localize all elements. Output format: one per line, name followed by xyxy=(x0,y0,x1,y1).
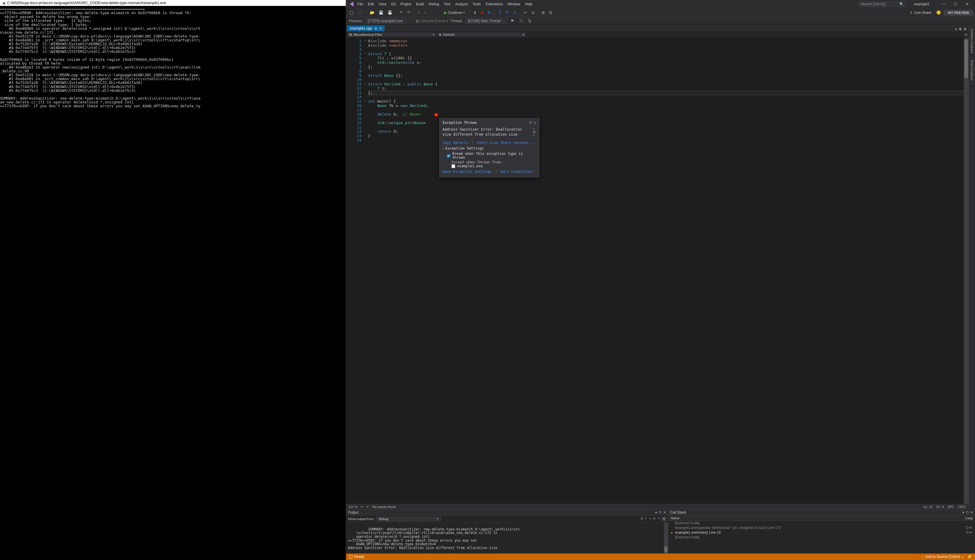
vs-logo-icon[interactable] xyxy=(348,1,355,8)
step-out-button[interactable]: ↥ xyxy=(512,10,518,16)
output-source-dropdown[interactable]: Debug▾ xyxy=(376,517,441,521)
output-body[interactable]: SUMMARY: AddressSanitizer: new-delete-ty… xyxy=(346,522,668,553)
split-editor-icon[interactable]: ◫ xyxy=(964,33,967,37)
config-dropdown[interactable]: ▾ xyxy=(416,10,421,16)
solution-explorer-tab[interactable]: Solution Explorer xyxy=(970,27,974,55)
feedback-button[interactable]: 🙂 xyxy=(935,10,942,16)
menu-extensions[interactable]: Extensions xyxy=(483,1,505,7)
toggle-button[interactable]: ⇅ xyxy=(527,18,533,24)
except-label: Except when thrown from: xyxy=(452,160,536,164)
zoom-chevron-icon[interactable]: ▾ xyxy=(361,505,363,508)
tool-btn-2[interactable]: ⇲ xyxy=(530,10,536,16)
lifecycle-events[interactable]: ▦ Lifecycle Events ▾ xyxy=(416,19,448,23)
edit-conditions-link[interactable]: Edit Conditions xyxy=(500,170,532,174)
code-editor[interactable]: 123456789101112131415161718192021222324 … xyxy=(346,38,968,504)
collapse-icon[interactable]: ▾ xyxy=(443,147,444,150)
close-popup-icon[interactable]: ✕ xyxy=(534,121,536,125)
tool-btn-1[interactable]: ↩ xyxy=(522,10,528,16)
step-into-button[interactable]: ↧ xyxy=(497,10,503,16)
new-tab-icon[interactable]: ✚ xyxy=(959,27,962,31)
menu-tools[interactable]: Tools xyxy=(470,1,483,7)
break-all-button[interactable]: ⏸ xyxy=(472,10,478,16)
menu-git[interactable]: Git xyxy=(389,1,398,7)
stack-frame-button[interactable]: ⊞ xyxy=(518,18,524,24)
except-item-checkbox[interactable] xyxy=(452,164,455,168)
output-tool-2[interactable]: ≡ xyxy=(645,517,647,521)
panel-dropdown-icon[interactable]: ▾ xyxy=(655,510,657,515)
pin-popup-icon[interactable]: ⊓ xyxy=(530,121,532,125)
break-checkbox[interactable] xyxy=(447,154,450,158)
stop-debug-button[interactable]: ■ xyxy=(480,10,485,16)
restart-button[interactable]: ↻ xyxy=(486,10,492,16)
resize-grip-icon[interactable]: ⋰ xyxy=(535,173,538,176)
navigation-bar: ▤ Miscellaneous Files ▾ ◆ Derived ▾ ◫ xyxy=(346,31,968,38)
output-tool-1[interactable]: ≣ xyxy=(641,517,643,521)
live-share-button[interactable]: ⇪ Live Share xyxy=(907,10,933,16)
flag-button[interactable]: ⚑ xyxy=(509,18,516,24)
process-dropdown[interactable]: [77376] example1.exe xyxy=(365,18,407,23)
cs-dropdown-icon[interactable]: ▾ xyxy=(962,510,964,515)
panel-close-icon[interactable]: ✕ xyxy=(663,510,666,515)
panel-pin-icon[interactable]: ⊓ xyxy=(659,510,661,515)
open-exception-settings-link[interactable]: Open Exception Settings xyxy=(443,170,492,174)
visual-studio-ide: FileEditViewGitProjectBuildDebugTestAnal… xyxy=(346,0,975,560)
menu-window[interactable]: Window xyxy=(505,1,523,7)
close-button[interactable]: ✕ xyxy=(962,0,973,8)
tab-dropdown-icon[interactable]: ▾ xyxy=(955,27,957,31)
menu-edit[interactable]: Edit xyxy=(365,1,376,7)
platform-dropdown[interactable]: ▾ xyxy=(422,10,427,16)
cs-close-icon[interactable]: ✕ xyxy=(970,510,973,515)
member-dropdown[interactable]: ◆ Derived ▾ xyxy=(437,33,526,37)
search-icon: 🔍 xyxy=(899,2,904,6)
minimize-button[interactable]: — xyxy=(938,0,950,8)
search-box[interactable]: Search (Ctrl+Q) 🔍 xyxy=(858,1,906,7)
thread-dropdown[interactable]: [67436] Main Thread xyxy=(465,18,507,23)
window-options-icon[interactable]: ❖ xyxy=(963,27,967,31)
debug-location-toolbar: Process: [77376] example1.exe ▦ Lifecycl… xyxy=(346,17,975,25)
break-checkbox-row[interactable]: Break when this exception type is thrown xyxy=(447,152,536,160)
menu-test[interactable]: Test xyxy=(442,1,453,7)
output-scrollbar[interactable] xyxy=(664,522,668,553)
pin-icon[interactable]: ⊘ xyxy=(375,27,377,30)
output-tool-5[interactable]: ✕ xyxy=(657,517,660,521)
continue-button[interactable]: ▶ Continue ▾ xyxy=(442,10,467,15)
scope-dropdown[interactable]: ▤ Miscellaneous Files ▾ xyxy=(347,33,436,37)
nav-back-button[interactable]: ◯ xyxy=(348,10,355,16)
step-over-button[interactable]: ↷ xyxy=(504,10,510,16)
call-stack-row[interactable]: ➤example1.exe!main() Line 18C++ xyxy=(668,530,975,535)
output-tool-6[interactable]: ⊞ xyxy=(662,517,666,521)
redo-button[interactable]: ↷ xyxy=(406,10,412,16)
menu-file[interactable]: File xyxy=(355,1,365,7)
output-tool-4[interactable]: ⊟ xyxy=(653,517,656,521)
tool-btn-4[interactable]: ⊟ xyxy=(548,10,554,16)
undo-button[interactable]: ↶ xyxy=(398,10,405,16)
tab-example1-cpp[interactable]: example1.cpp ⊘ ✕ xyxy=(347,25,385,31)
call-stack-row[interactable]: [External Code] xyxy=(668,535,975,540)
open-file-button[interactable]: 📂 xyxy=(368,10,376,16)
call-stack-row[interactable]: [External Code] xyxy=(668,521,975,525)
copy-details-link[interactable]: Copy Details xyxy=(443,141,468,145)
zoom-level[interactable]: 111 % xyxy=(348,505,358,508)
menu-project[interactable]: Project xyxy=(398,1,413,7)
cs-pin-icon[interactable]: ⊓ xyxy=(966,510,968,515)
call-stack-row[interactable]: example1.exe!operator delete(void * ptr,… xyxy=(668,525,975,530)
start-live-share-link[interactable]: Start Live Share session... xyxy=(477,141,535,145)
except-item-row[interactable]: example1.exe xyxy=(452,164,536,168)
save-all-button[interactable]: 💾 xyxy=(386,10,394,16)
notifications-button[interactable]: 🔔 xyxy=(968,555,972,559)
menu-build[interactable]: Build xyxy=(414,1,426,7)
ok-icon: ✔ xyxy=(366,505,369,508)
save-button[interactable]: 💾 xyxy=(377,10,385,16)
team-explorer-tab[interactable]: Team Explorer xyxy=(970,58,974,82)
menu-view[interactable]: View xyxy=(376,1,389,7)
maximize-button[interactable]: ☐ xyxy=(950,0,962,8)
vertical-scrollbar[interactable] xyxy=(964,38,968,504)
nav-fwd-button[interactable]: ◯ xyxy=(356,10,364,16)
output-tool-3[interactable]: ⇥ xyxy=(649,517,651,521)
tool-btn-3[interactable]: ⊞ xyxy=(540,10,546,16)
menu-help[interactable]: Help xyxy=(523,1,535,7)
add-to-source-control[interactable]: ↑Add to Source Control▴ xyxy=(922,555,963,559)
menu-analyze[interactable]: Analyze xyxy=(453,1,470,7)
close-tab-icon[interactable]: ✕ xyxy=(379,27,381,30)
menu-debug[interactable]: Debug xyxy=(426,1,442,7)
